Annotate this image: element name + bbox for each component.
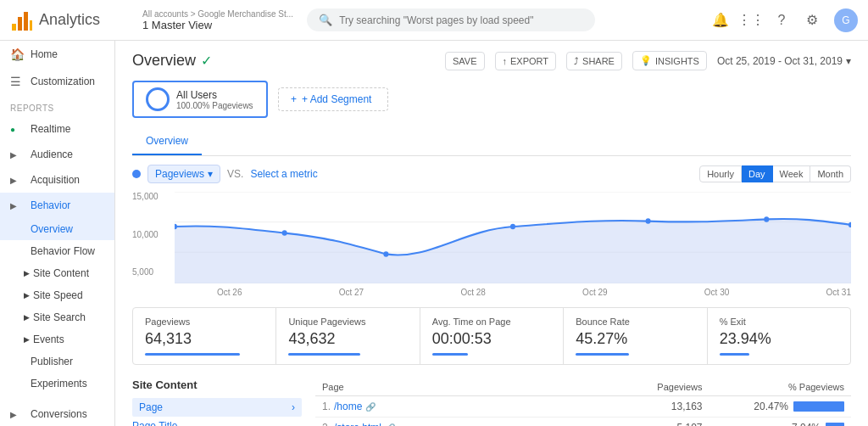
insights-icon: 💡 — [640, 55, 652, 66]
export-button[interactable]: ↑ EXPORT — [495, 52, 557, 70]
sidebar-item-behavior[interactable]: ▶ Behavior — [0, 193, 114, 218]
stat-value-pageviews: 64,313 — [145, 330, 264, 348]
stat-bar-unique — [288, 353, 359, 356]
share-icon: ⤴ — [574, 56, 579, 66]
nav-page-title[interactable]: Page Title — [132, 417, 302, 426]
chart-y-labels: 15,000 10,000 5,000 — [132, 192, 170, 277]
data-table: Page Pageviews % Pageviews 1./home🔗 13,1… — [315, 378, 851, 426]
overview-header: Overview ✓ SAVE ↑ EXPORT ⤴ SHARE 💡 — [132, 51, 851, 70]
stat-label-avg-time: Avg. Time on Page — [432, 317, 551, 327]
pct-bar — [826, 423, 844, 426]
x-label-oct31: Oct 31 — [826, 288, 851, 297]
segment-sub: 100.00% Pageviews — [176, 101, 253, 110]
segment-bar: All Users 100.00% Pageviews + + Add Segm… — [132, 81, 851, 118]
sidebar-label-audience: Audience — [31, 149, 73, 160]
top-bar: Analytics All accounts > Google Merchand… — [0, 0, 868, 41]
x-label-oct28: Oct 28 — [460, 288, 485, 297]
view-label[interactable]: 1 Master View — [142, 19, 293, 31]
sidebar-sub-overview[interactable]: Overview — [0, 218, 114, 240]
stat-value-unique: 43,632 — [288, 330, 407, 348]
stat-unique-pageviews: Unique Pageviews 43,632 — [276, 308, 420, 364]
site-content-title: Site Content — [132, 378, 302, 391]
sidebar-sub-events[interactable]: ▶Events — [0, 328, 114, 350]
time-btn-hourly[interactable]: Hourly — [699, 165, 742, 182]
page-link[interactable]: /store.html — [334, 422, 381, 426]
sidebar-sub-site-search[interactable]: ▶Site Search — [0, 306, 114, 328]
select-metric-link[interactable]: Select a metric — [250, 168, 317, 180]
time-btn-day[interactable]: Day — [742, 165, 773, 182]
conversions-icon: ▶ — [10, 410, 24, 419]
sidebar: 🏠 Home ☰ Customization REPORTS ● Realtim… — [0, 41, 115, 426]
chevron-down-icon: ▾ — [846, 55, 851, 67]
sidebar-sub-site-speed[interactable]: ▶Site Speed — [0, 284, 114, 306]
time-btn-month[interactable]: Month — [810, 165, 851, 182]
svg-point-13 — [764, 216, 769, 221]
analytics-logo-icon — [10, 8, 34, 32]
sidebar-item-customization[interactable]: ☰ Customization — [0, 68, 114, 95]
help-icon[interactable]: ? — [773, 12, 790, 29]
page-link[interactable]: /home — [334, 401, 362, 412]
page-cell: 2./store.html🔗 — [315, 418, 629, 427]
stat-bar-avg-time — [432, 353, 468, 356]
add-segment-button[interactable]: + + Add Segment — [278, 87, 388, 111]
audience-icon: ▶ — [10, 150, 24, 160]
sidebar-sub-site-content[interactable]: ▶Site Content — [0, 262, 114, 284]
x-label-oct29: Oct 29 — [582, 288, 607, 297]
tabs: Overview — [132, 128, 851, 156]
search-input[interactable] — [339, 14, 583, 26]
customization-icon: ☰ — [10, 75, 24, 88]
sidebar-item-acquisition[interactable]: ▶ Acquisition — [0, 167, 114, 193]
nav-page-selected[interactable]: Page › — [132, 398, 302, 417]
check-icon: ✓ — [201, 53, 212, 69]
sidebar-label-home: Home — [31, 48, 58, 60]
stat-value-bounce: 45.27% — [576, 330, 694, 348]
col-page: Page — [315, 378, 629, 396]
metric-select[interactable]: Pageviews ▾ — [147, 165, 220, 183]
header-actions: SAVE ↑ EXPORT ⤴ SHARE 💡 INSIGHTS Oct 2 — [445, 51, 851, 70]
pct-cell: 7.94% — [709, 418, 851, 427]
pageviews-chart — [175, 192, 851, 283]
export-icon: ↑ — [503, 56, 508, 66]
sidebar-item-conversions[interactable]: ▶ Conversions — [0, 401, 114, 426]
avatar[interactable]: G — [834, 8, 858, 32]
chart-area: 15,000 10,000 5,000 — [132, 192, 851, 294]
behavior-icon: ▶ — [10, 201, 24, 210]
col-pct-pageviews: % Pageviews — [709, 378, 851, 396]
svg-rect-2 — [24, 12, 28, 31]
share-button[interactable]: ⤴ SHARE — [566, 52, 622, 70]
top-bar-actions: 🔔 ⋮⋮ ? ⚙ G — [712, 8, 858, 32]
overview-title: Overview ✓ — [132, 52, 212, 70]
svg-rect-0 — [12, 24, 16, 31]
external-link-icon[interactable]: 🔗 — [365, 402, 376, 412]
time-selector: Hourly Day Week Month — [699, 165, 851, 182]
sidebar-item-home[interactable]: 🏠 Home — [0, 41, 114, 68]
realtime-icon: ● — [10, 125, 24, 134]
sidebar-sub-behavior-flow[interactable]: Behavior Flow — [0, 240, 114, 262]
sidebar-item-realtime[interactable]: ● Realtime — [0, 116, 114, 142]
sidebar-sub-experiments[interactable]: Experiments — [0, 373, 114, 395]
insights-button[interactable]: 💡 INSIGHTS — [632, 51, 707, 70]
time-btn-week[interactable]: Week — [773, 165, 811, 182]
sidebar-label-conversions: Conversions — [31, 408, 87, 420]
sidebar-sub-publisher[interactable]: Publisher — [0, 350, 114, 373]
grid-icon[interactable]: ⋮⋮ — [743, 12, 760, 29]
stat-value-avg-time: 00:00:53 — [432, 330, 551, 348]
segment-name: All Users — [176, 89, 253, 101]
stat-avg-time: Avg. Time on Page 00:00:53 — [420, 308, 564, 364]
save-button[interactable]: SAVE — [445, 52, 485, 70]
settings-icon[interactable]: ⚙ — [804, 12, 821, 29]
col-pageviews: Pageviews — [629, 378, 709, 396]
stat-value-exit: 23.94% — [720, 330, 838, 348]
bell-icon[interactable]: 🔔 — [712, 12, 729, 29]
sidebar-item-audience[interactable]: ▶ Audience — [0, 142, 114, 167]
tab-overview[interactable]: Overview — [132, 128, 202, 155]
pageviews-cell: 5,107 — [629, 418, 709, 427]
search-icon: 🔍 — [319, 14, 332, 26]
segment-chip[interactable]: All Users 100.00% Pageviews — [132, 81, 268, 118]
metric-row: Pageviews ▾ VS. Select a metric Hourly D… — [132, 165, 851, 183]
date-range[interactable]: Oct 25, 2019 - Oct 31, 2019 ▾ — [717, 55, 851, 67]
x-label-oct30: Oct 30 — [704, 288, 729, 297]
stat-label-pageviews: Pageviews — [145, 317, 264, 327]
search-bar[interactable]: 🔍 — [307, 8, 595, 31]
svg-point-11 — [510, 224, 515, 229]
